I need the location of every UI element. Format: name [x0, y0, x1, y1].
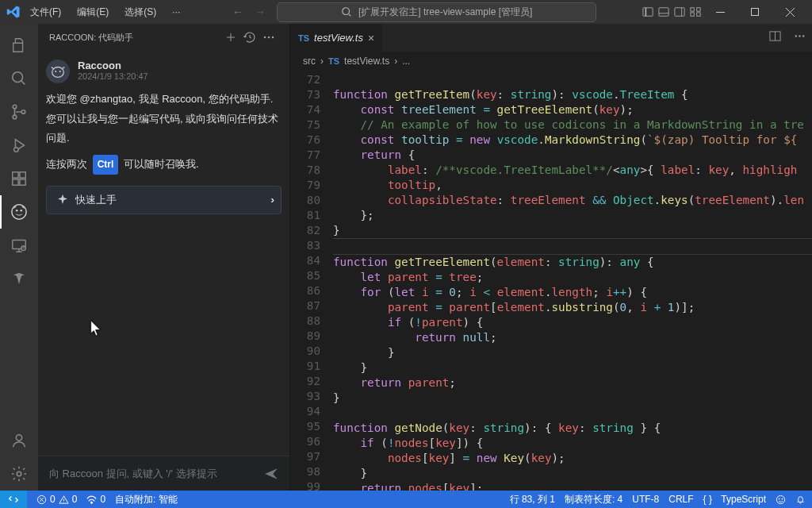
- activity-raccoon[interactable]: [0, 195, 38, 229]
- tab-testview[interactable]: TS testView.ts ×: [290, 24, 382, 52]
- activity-remote[interactable]: [0, 229, 38, 262]
- svg-point-26: [264, 36, 266, 38]
- activity-bar: [0, 24, 38, 491]
- svg-point-27: [268, 36, 270, 38]
- assistant-name: Raccoon: [78, 60, 148, 71]
- sidebar-header: RACCOON: 代码助手: [38, 24, 289, 52]
- sparkle-icon: [56, 194, 69, 206]
- app-logo-icon: [6, 5, 21, 19]
- window-minimize[interactable]: [704, 0, 736, 24]
- window-title: [扩展开发宿主] tree-view-sample [管理员]: [358, 6, 532, 19]
- svg-rect-7: [697, 13, 700, 16]
- message-timestamp: 2024/1/9 13:20:47: [78, 71, 148, 81]
- command-center[interactable]: [扩展开发宿主] tree-view-sample [管理员]: [277, 2, 596, 22]
- chevron-right-icon: ››: [270, 194, 271, 206]
- svg-point-39: [779, 498, 779, 499]
- editor-tabs: TS testView.ts ×: [290, 24, 812, 52]
- activity-explorer[interactable]: [0, 29, 38, 62]
- layout-custom-icon[interactable]: [690, 6, 701, 17]
- activity-account[interactable]: [0, 424, 38, 457]
- menu-edit[interactable]: 编辑(E): [71, 2, 115, 22]
- kbd-ctrl: Ctrl: [93, 155, 119, 175]
- menu-more[interactable]: ···: [166, 3, 186, 21]
- activity-debug[interactable]: [0, 129, 38, 162]
- svg-point-20: [16, 210, 18, 212]
- remote-indicator[interactable]: [0, 491, 27, 508]
- status-feedback-icon[interactable]: [776, 495, 786, 505]
- nav-fwd-icon[interactable]: →: [255, 6, 266, 18]
- new-chat-icon[interactable]: [221, 29, 240, 47]
- editor-more-icon[interactable]: [787, 24, 812, 52]
- chat-placeholder: 向 Raccoon 提问, 或键入 '/' 选择提示: [49, 467, 217, 481]
- svg-point-33: [795, 35, 797, 37]
- status-eol[interactable]: CRLF: [668, 494, 693, 505]
- svg-point-25: [17, 471, 21, 476]
- svg-rect-2: [659, 8, 668, 17]
- svg-point-38: [776, 495, 784, 503]
- svg-rect-1: [643, 8, 653, 17]
- svg-rect-9: [752, 9, 759, 16]
- status-position[interactable]: 行 83, 列 1: [510, 493, 555, 506]
- svg-point-24: [16, 435, 21, 441]
- quickstart-label: 快速上手: [75, 193, 117, 207]
- window-close[interactable]: [774, 0, 806, 24]
- history-icon[interactable]: [240, 29, 259, 47]
- greeting-text-1: 欢迎您 @zhangtao, 我是 Raccoon, 您的代码助手. 您可以让我…: [46, 90, 282, 148]
- layout-right-icon[interactable]: [674, 6, 685, 17]
- editor: TS testView.ts × src› TStestView.ts› ...…: [290, 24, 812, 491]
- status-bar: 00 0 自动附加: 智能 行 83, 列 1 制表符长度: 4 UTF-8 C…: [0, 491, 812, 508]
- activity-extensions[interactable]: [0, 162, 38, 195]
- ts-icon: TS: [298, 33, 309, 43]
- menu-select[interactable]: 选择(S): [118, 2, 163, 22]
- svg-point-35: [802, 35, 804, 37]
- activity-scm[interactable]: [0, 95, 38, 129]
- svg-rect-6: [691, 13, 694, 16]
- svg-point-34: [799, 35, 800, 37]
- window-maximize[interactable]: [739, 0, 771, 24]
- svg-point-14: [14, 148, 18, 152]
- more-icon[interactable]: [259, 29, 278, 47]
- split-editor-icon[interactable]: [763, 24, 787, 52]
- code-area[interactable]: 7273747576777879808182838485868788899091…: [290, 71, 812, 491]
- svg-rect-15: [13, 172, 18, 178]
- activity-settings[interactable]: [0, 457, 38, 491]
- send-icon[interactable]: [264, 467, 278, 481]
- sidebar-title: RACCOON: 代码助手: [49, 32, 133, 44]
- status-debug[interactable]: 自动附加: 智能: [115, 493, 178, 506]
- breadcrumbs[interactable]: src› TStestView.ts› ...: [290, 52, 812, 71]
- layout-left-icon[interactable]: [642, 6, 653, 17]
- svg-point-21: [20, 210, 22, 212]
- svg-point-31: [59, 71, 61, 72]
- layout-bottom-icon[interactable]: [658, 6, 669, 17]
- quickstart-card[interactable]: 快速上手 ››: [46, 186, 282, 214]
- status-errors[interactable]: 00: [36, 494, 77, 505]
- status-bell-icon[interactable]: [795, 495, 806, 505]
- svg-point-30: [55, 71, 56, 72]
- svg-point-37: [91, 502, 93, 503]
- svg-point-28: [272, 36, 274, 38]
- activity-tesla[interactable]: [0, 262, 38, 295]
- greeting-text-2: 连按两次 Ctrl 可以随时召唤我.: [46, 155, 282, 175]
- chat-input[interactable]: 向 Raccoon 提问, 或键入 '/' 选择提示: [38, 456, 289, 491]
- svg-rect-18: [20, 172, 25, 178]
- status-port[interactable]: 0: [86, 494, 105, 505]
- svg-rect-3: [675, 8, 684, 17]
- svg-rect-5: [697, 8, 700, 11]
- sidebar: RACCOON: 代码助手 Raccoon 2024/1/9 13:20:47 …: [38, 24, 290, 491]
- svg-rect-16: [13, 179, 18, 185]
- status-encoding[interactable]: UTF-8: [632, 494, 659, 505]
- status-tabsize[interactable]: 制表符长度: 4: [565, 493, 622, 506]
- menu-file[interactable]: 文件(F): [24, 2, 67, 22]
- activity-search[interactable]: [0, 62, 38, 95]
- tab-close-icon[interactable]: ×: [368, 32, 374, 44]
- svg-point-19: [12, 205, 26, 219]
- svg-point-11: [13, 105, 17, 109]
- title-bar: 文件(F) 编辑(E) 选择(S) ··· ← → [扩展开发宿主] tree-…: [0, 0, 812, 24]
- svg-point-0: [343, 8, 350, 15]
- nav-back-icon[interactable]: ←: [232, 6, 243, 18]
- assistant-avatar: [46, 60, 70, 83]
- status-lang[interactable]: { } TypeScript: [703, 494, 766, 505]
- svg-point-13: [21, 110, 25, 114]
- gutter: 7273747576777879808182838485868788899091…: [290, 71, 333, 491]
- code-source[interactable]: function getTreeItem(key: string): vscod…: [333, 71, 812, 491]
